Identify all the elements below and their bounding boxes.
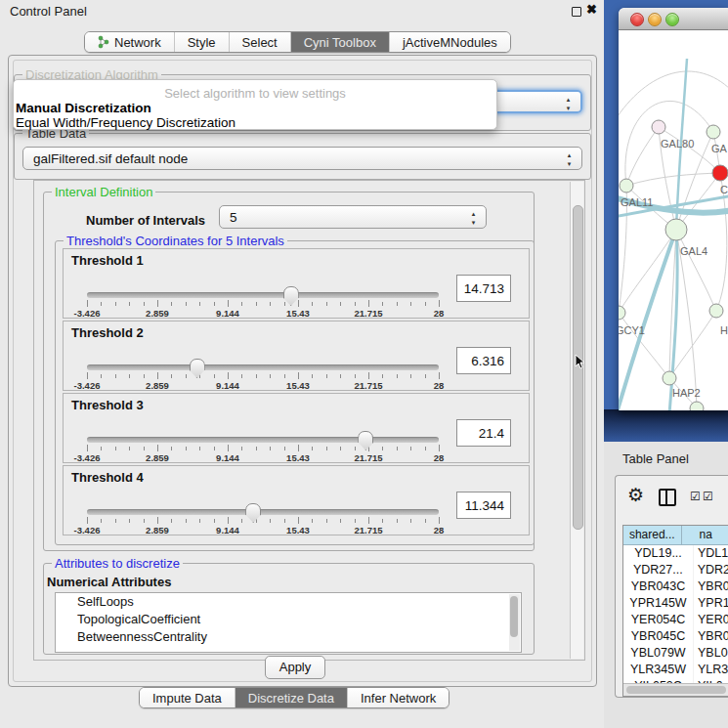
tab-infer-network[interactable]: Infer Network (347, 688, 449, 707)
network-canvas[interactable]: GAL80GACGAL11GAL4GCY1HHAP2 (619, 29, 728, 410)
tick-mark (101, 374, 102, 378)
scale-label: 9.144 (216, 308, 239, 319)
network-node[interactable] (652, 120, 665, 134)
tick-mark (270, 447, 271, 450)
table-panel-title: Table Panel (622, 451, 689, 466)
horizontal-scrollbar[interactable] (623, 683, 728, 696)
slider-scale-labels: -3.4262.8599.14415.4321.71528 (87, 452, 439, 464)
float-window-icon[interactable] (572, 7, 581, 17)
tick-mark (410, 302, 411, 306)
threshold-value-field[interactable]: 21.4 (456, 419, 511, 447)
combobox-value: galFiltered.sif default node (33, 151, 188, 166)
table-body: YDL19...YDL1YDR27...YDR2YBR043CYBR0YPR14… (623, 545, 728, 695)
threshold-value-field[interactable]: 11.344 (456, 492, 511, 519)
list-scrollbar[interactable] (509, 594, 520, 651)
network-node[interactable] (620, 179, 633, 193)
checkbox-icon[interactable]: ☑ (690, 490, 701, 503)
network-node[interactable] (712, 165, 728, 181)
table-row[interactable]: YLR345WYLR3 (623, 662, 728, 678)
table-row[interactable]: YBR045CYBR0 (623, 628, 728, 645)
column-header-shared-name[interactable]: shared... (623, 526, 682, 544)
threshold-slider[interactable]: -3.4262.8599.14415.4321.71528 (87, 429, 439, 462)
numerical-attributes-list[interactable]: SelfLoops TopologicalCoefficient Between… (55, 592, 522, 653)
threshold-value-field[interactable]: 6.316 (456, 347, 511, 374)
tick-mark (214, 302, 215, 306)
node-label: H (720, 324, 728, 336)
column-header-name[interactable]: na (682, 526, 728, 544)
dropdown-item-equal-width[interactable]: Equal Width/Frequency Discretization (16, 115, 236, 130)
tab-cyni-toolbox[interactable]: Cyni Toolbox (290, 32, 389, 52)
scale-label: 21.715 (354, 452, 382, 463)
table-row[interactable]: YDL19...YDL1 (623, 545, 728, 562)
table-row[interactable]: YER054CYER0 (623, 612, 728, 628)
tick-mark (144, 302, 145, 306)
tab-style[interactable]: Style (174, 32, 229, 52)
scrollbar-thumb[interactable] (626, 686, 726, 694)
node-label: HAP2 (672, 387, 701, 399)
tick-mark (340, 447, 341, 450)
scale-label: 28 (434, 452, 445, 463)
network-node[interactable] (709, 304, 723, 318)
group-label: Interval Definition (52, 185, 155, 199)
slider-track[interactable] (87, 509, 439, 515)
threshold-value-field[interactable]: 14.713 (456, 275, 511, 302)
list-item[interactable]: BetweennessCentrality (56, 628, 521, 646)
network-node[interactable] (690, 402, 704, 410)
tick-mark (171, 374, 172, 378)
threshold-slider[interactable]: -3.4262.8599.14415.4321.71528 (87, 501, 439, 535)
threshold-slider[interactable]: -3.4262.8599.14415.4321.71528 (87, 284, 439, 318)
minimize-traffic-light[interactable] (648, 13, 662, 26)
table-row[interactable]: YBL079WYBL0 (623, 645, 728, 662)
tick-mark (228, 517, 229, 524)
tab-network[interactable]: Network (85, 32, 174, 52)
tick-mark (284, 447, 285, 450)
tick-mark (312, 447, 313, 450)
window-titlebar[interactable] (619, 8, 728, 30)
tick-mark (256, 302, 257, 306)
scale-label: 2.859 (146, 380, 169, 391)
scale-label: 9.144 (216, 525, 239, 535)
table-row[interactable]: YBR043CYBR0 (623, 578, 728, 595)
dropdown-placeholder: Select algorithm to view settings (14, 86, 496, 101)
scale-label: 28 (434, 525, 445, 535)
network-node[interactable] (665, 219, 687, 240)
table-data-combobox[interactable]: galFiltered.sif default node ▴▾ (22, 147, 582, 170)
list-item[interactable]: SelfLoops (56, 593, 521, 611)
slider-track[interactable] (87, 292, 439, 298)
close-icon[interactable]: ✖ (586, 2, 597, 17)
tab-discretize-data[interactable]: Discretize Data (235, 688, 347, 707)
tick-mark (439, 517, 440, 524)
network-node[interactable] (619, 306, 625, 320)
threshold-slider[interactable]: -3.4262.8599.14415.4321.71528 (87, 357, 439, 390)
tick-mark (284, 374, 285, 378)
close-traffic-light[interactable] (630, 13, 644, 26)
table-row[interactable]: YPR145WYPR1 (623, 595, 728, 612)
tick-mark (425, 302, 426, 306)
slider-track[interactable] (87, 364, 439, 370)
list-item[interactable]: TopologicalCoefficient (56, 611, 521, 628)
vertical-scrollbar[interactable] (570, 182, 583, 659)
tab-label: Style (188, 35, 216, 50)
tick-mark (214, 519, 215, 523)
tick-mark (144, 374, 145, 378)
node-label: GCY1 (619, 324, 645, 336)
number-of-intervals-combobox[interactable]: 5 ▴▾ (219, 205, 487, 229)
table-row[interactable]: YDR27...YDR2 (623, 562, 728, 578)
gear-icon[interactable]: ⚙ (627, 484, 644, 506)
tab-select[interactable]: Select (229, 32, 290, 52)
tick-mark (397, 519, 398, 523)
network-node[interactable] (663, 371, 676, 385)
threshold-label: Threshold 4 (71, 470, 144, 485)
tab-jactivemnodules[interactable]: jActiveMNodules (389, 32, 510, 52)
split-panel-icon[interactable] (659, 489, 676, 506)
network-node[interactable] (707, 125, 720, 139)
tick-mark (312, 302, 313, 306)
tab-impute-data[interactable]: Impute Data (140, 688, 235, 707)
apply-button[interactable]: Apply (265, 656, 325, 679)
threshold-label: Threshold 1 (71, 253, 144, 268)
zoom-traffic-light[interactable] (665, 13, 679, 26)
checkbox-icon[interactable]: ☑ (703, 490, 713, 503)
slider-track[interactable] (87, 437, 439, 443)
dropdown-item-manual[interactable]: Manual Discretization (16, 101, 151, 115)
scrollbar-thumb[interactable] (510, 596, 518, 637)
